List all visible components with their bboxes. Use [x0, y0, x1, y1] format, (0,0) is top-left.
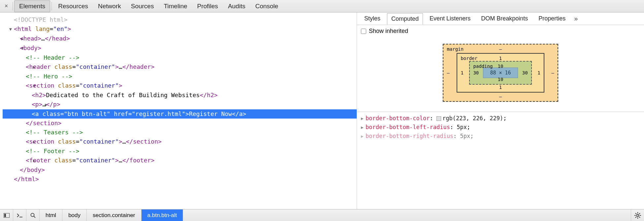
- border-label: border: [461, 56, 477, 61]
- computed-properties-list: ▶border-bottom-color: rgb(223, 226, 229)…: [357, 112, 644, 143]
- border-bottom-value: 1: [499, 85, 502, 90]
- show-inherited-row: Show inherited: [357, 25, 644, 37]
- box-model-border[interactable]: border 1 1 1 1 padding 10 10 30 30 88 × …: [457, 53, 544, 93]
- svg-line-4: [34, 216, 35, 218]
- spacer: [183, 209, 631, 221]
- right-panel-tabs: Styles Computed Event Listeners DOM Brea…: [357, 13, 644, 25]
- breadcrumb-item[interactable]: section.container: [87, 209, 142, 221]
- padding-top-value: 10: [498, 64, 503, 69]
- rtab-computed[interactable]: Computed: [387, 13, 423, 25]
- box-model-padding[interactable]: padding 10 10 30 30 88 × 16: [469, 61, 531, 85]
- computed-property-row[interactable]: ▶border-bottom-color: rgb(223, 226, 229)…: [361, 114, 640, 123]
- dom-line[interactable]: <!-- Hero -->: [3, 72, 357, 81]
- border-right-value: 1: [537, 70, 540, 75]
- padding-left-value: 30: [473, 70, 479, 75]
- dom-line[interactable]: ▶<section class="container">…</section>: [3, 137, 357, 147]
- border-left-value: 1: [461, 70, 463, 75]
- dom-line[interactable]: ▼<body>: [3, 43, 357, 53]
- svg-point-3: [31, 213, 34, 216]
- color-swatch-icon: [436, 116, 441, 121]
- main-area: <!DOCTYPE html> ▼<html lang="en"> ▶<head…: [0, 13, 644, 209]
- computed-property-row[interactable]: ▶border-bottom-left-radius: 5px;: [361, 123, 640, 132]
- breadcrumb-item[interactable]: body: [62, 209, 87, 221]
- padding-label: padding: [473, 64, 493, 69]
- dom-line[interactable]: <!-- Teasers -->: [3, 128, 357, 137]
- svg-rect-1: [4, 214, 6, 217]
- box-model-margin[interactable]: margin – – – – border 1 1 1 1 padding 10: [443, 44, 558, 102]
- dom-line[interactable]: <!-- Header -->: [3, 53, 357, 62]
- breadcrumb-item[interactable]: a.btn.btn-alt: [142, 209, 183, 221]
- padding-right-value: 30: [522, 70, 528, 75]
- dom-line[interactable]: </html>: [3, 175, 357, 184]
- dom-line[interactable]: ▶<head>…</head>: [3, 34, 357, 43]
- svg-point-5: [636, 214, 638, 216]
- tab-resources[interactable]: Resources: [53, 0, 93, 12]
- close-icon[interactable]: ×: [1, 3, 11, 10]
- gear-icon[interactable]: [631, 209, 644, 221]
- tab-timeline[interactable]: Timeline: [159, 0, 192, 12]
- rtab-styles[interactable]: Styles: [360, 13, 384, 24]
- dom-line[interactable]: <!DOCTYPE html>: [3, 15, 357, 24]
- rtab-event-listeners[interactable]: Event Listeners: [426, 13, 474, 24]
- svg-line-13: [639, 213, 640, 214]
- rtab-dom-breakpoints[interactable]: DOM Breakpoints: [477, 13, 532, 24]
- tab-profiles[interactable]: Profiles: [192, 0, 223, 12]
- dom-line-selected[interactable]: <a class="btn btn-alt" href="register.ht…: [3, 109, 357, 119]
- dock-icon[interactable]: [0, 209, 13, 221]
- border-top-value: 1: [499, 56, 502, 61]
- show-inherited-label: Show inherited: [369, 28, 408, 35]
- margin-top-value: –: [499, 46, 502, 52]
- show-inherited-checkbox[interactable]: [361, 29, 366, 34]
- tab-console[interactable]: Console: [250, 0, 283, 12]
- dom-line[interactable]: ▶<header class="container">…</header>: [3, 62, 357, 72]
- tab-audits[interactable]: Audits: [223, 0, 250, 12]
- dom-line[interactable]: <!-- Footer -->: [3, 147, 357, 156]
- toolbar-separator: [51, 2, 52, 11]
- toolbar-separator: [13, 2, 13, 11]
- dom-line[interactable]: </section>: [3, 119, 357, 128]
- dom-tree-pane[interactable]: <!DOCTYPE html> ▼<html lang="en"> ▶<head…: [0, 13, 357, 209]
- devtools-toolbar: × Elements Resources Network Sources Tim…: [0, 0, 644, 13]
- dom-line[interactable]: ▼<html lang="en">: [3, 24, 357, 34]
- margin-left-value: –: [447, 70, 449, 75]
- dom-line[interactable]: ▶<p>…</p>: [3, 100, 357, 109]
- margin-label: margin: [447, 46, 464, 52]
- svg-line-11: [639, 217, 640, 218]
- svg-line-12: [635, 217, 636, 218]
- box-model-diagram: margin – – – – border 1 1 1 1 padding 10: [357, 37, 644, 112]
- search-icon[interactable]: [26, 209, 40, 221]
- dom-line[interactable]: </body>: [3, 165, 357, 175]
- console-icon[interactable]: [13, 209, 26, 221]
- styles-pane: Styles Computed Event Listeners DOM Brea…: [357, 13, 644, 209]
- dom-line[interactable]: ▶<footer class="container">…</footer>: [3, 156, 357, 165]
- svg-line-10: [635, 213, 636, 214]
- tab-sources[interactable]: Sources: [126, 0, 159, 12]
- computed-property-row[interactable]: ▶border-bottom-right-radius: 5px;: [361, 132, 640, 141]
- dom-line[interactable]: <h2>Dedicated to the Craft of Building W…: [3, 91, 357, 100]
- rtab-properties[interactable]: Properties: [534, 13, 569, 24]
- padding-bottom-value: 10: [498, 77, 503, 82]
- bottom-toolbar: html body section.container a.btn.btn-al…: [0, 209, 644, 221]
- tab-network[interactable]: Network: [93, 0, 126, 12]
- breadcrumb-item[interactable]: html: [40, 209, 62, 221]
- margin-bottom-value: –: [499, 94, 502, 99]
- dom-line[interactable]: ▼<section class="container">: [3, 81, 357, 91]
- margin-right-value: –: [551, 70, 554, 75]
- more-tabs-icon[interactable]: »: [572, 15, 580, 22]
- tab-elements[interactable]: Elements: [14, 0, 50, 12]
